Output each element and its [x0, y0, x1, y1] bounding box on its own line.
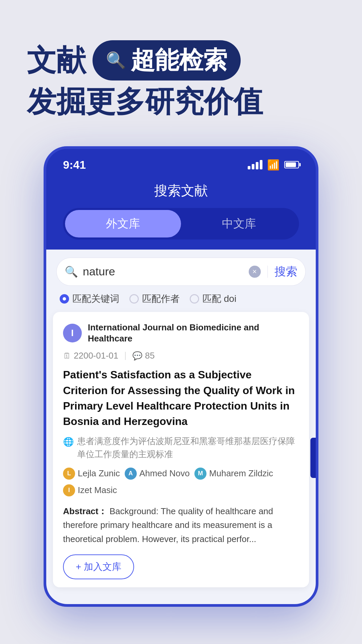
calendar-icon: 🗓: [63, 351, 71, 361]
search-icon: 🔍: [106, 51, 126, 70]
right-accent-bar: [310, 438, 316, 478]
journal-avatar: I: [63, 324, 82, 342]
status-time: 9:41: [63, 158, 86, 171]
hero-badge: 🔍 超能检索: [93, 40, 241, 80]
hero-badge-text: 超能检索: [131, 44, 227, 76]
meta-date: 🗓 2200-01-01: [63, 351, 118, 361]
result-card: I International Journal on Biomedicine a…: [53, 312, 309, 587]
meta-divider: [125, 352, 126, 360]
author-chip-4[interactable]: I Izet Masic: [63, 484, 117, 496]
filter-row: 匹配关键词 匹配作者 匹配 doi: [56, 292, 306, 312]
paper-title: Patient's Satisfaction as a Subjective C…: [63, 367, 299, 429]
meta-citations: 💬 85: [132, 351, 155, 361]
hero-line1: 文献 🔍 超能检索: [27, 40, 241, 80]
signal-icon: [248, 160, 262, 169]
hero-line2: 发掘更多研究价值: [27, 84, 263, 119]
meta-row: 🗓 2200-01-01 💬 85: [63, 351, 299, 361]
app-title: 搜索文献: [63, 181, 299, 200]
hero-prefix: 文献: [27, 44, 86, 77]
tab-row: 外文库 中文库: [63, 208, 299, 239]
wifi-icon: 📶: [267, 159, 280, 171]
phone-mockup: 9:41 📶 搜索文献 外文库: [44, 146, 318, 607]
authors-row: L Lejla Zunic A Ahmed Novo M: [63, 468, 299, 496]
tab-chinese-library[interactable]: 中文库: [181, 210, 297, 237]
filter-author[interactable]: 匹配作者: [129, 292, 180, 305]
author-chip-2[interactable]: A Ahmed Novo: [125, 468, 190, 480]
author-name-3: Muharem Zildzic: [209, 468, 273, 479]
radio-author[interactable]: [129, 294, 139, 304]
author-name-4: Izet Masic: [78, 485, 117, 495]
author-name-2: Ahmed Novo: [139, 468, 190, 479]
translated-title: 🌐 患者满意度作为评估波斯尼亚和黑塞哥维那基层医疗保障单位工作质量的主观标准: [63, 435, 299, 461]
hero-section: 文献 🔍 超能检索 发掘更多研究价值: [0, 0, 362, 140]
radio-doi[interactable]: [190, 294, 199, 304]
battery-icon: [284, 161, 299, 168]
filter-keyword-label: 匹配关键词: [72, 292, 119, 305]
abstract-section: Abstract： Background: The quality of hea…: [63, 504, 299, 546]
search-divider: [267, 266, 268, 278]
phone-frame: 9:41 📶 搜索文献 外文库: [44, 146, 318, 607]
tab-foreign-library[interactable]: 外文库: [65, 210, 181, 237]
clear-button[interactable]: ×: [249, 266, 261, 278]
citation-icon: 💬: [132, 351, 142, 361]
author-name-1: Lejla Zunic: [78, 468, 120, 479]
filter-doi-label: 匹配 doi: [202, 292, 236, 305]
author-chip-1[interactable]: L Lejla Zunic: [63, 468, 120, 480]
author-chip-3[interactable]: M Muharem Zildzic: [194, 468, 273, 480]
status-icons: 📶: [248, 159, 299, 171]
status-bar: 9:41 📶: [46, 149, 316, 175]
abstract-label: Abstract：: [63, 506, 107, 516]
filter-doi[interactable]: 匹配 doi: [190, 292, 236, 305]
search-input[interactable]: nature: [83, 265, 249, 278]
search-icon: 🔍: [65, 265, 78, 278]
translate-icon: 🌐: [63, 435, 74, 448]
author-avatar-1: L: [63, 468, 75, 480]
author-avatar-2: A: [125, 468, 137, 480]
author-avatar-4: I: [63, 484, 75, 496]
search-button[interactable]: 搜索: [275, 264, 297, 279]
filter-author-label: 匹配作者: [142, 292, 180, 305]
journal-row: I International Journal on Biomedicine a…: [63, 322, 299, 345]
radio-keyword[interactable]: [60, 294, 69, 304]
search-area: 🔍 nature × 搜索 匹配关键词 匹配作者 匹配 doi: [46, 250, 316, 312]
filter-keyword[interactable]: 匹配关键词: [60, 292, 119, 305]
journal-name: International Journal on Biomedicine and…: [88, 322, 299, 345]
author-avatar-3: M: [194, 468, 206, 480]
add-library-button[interactable]: + 加入文库: [63, 554, 134, 579]
app-header: 搜索文献 外文库 中文库: [46, 175, 316, 250]
search-bar[interactable]: 🔍 nature × 搜索: [56, 258, 306, 286]
